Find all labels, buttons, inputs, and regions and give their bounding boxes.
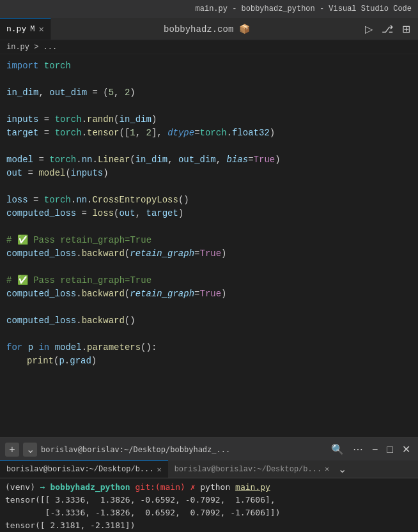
terminal-output: (venv) → bobbyhadz_python git:(main) ✗ p… [0,478,418,532]
branch-button[interactable]: ⎇ [379,22,396,36]
code-line-3: inputs = torch.randn(in_dim) [0,113,418,126]
terminal-search-button[interactable]: 🔍 [329,442,346,457]
terminal-add-button[interactable]: + [5,443,19,457]
terminal-minimize-button[interactable]: − [369,443,380,457]
code-line-9: computed_loss.backward(retain_graph=True… [0,247,418,261]
code-line-2: in_dim, out_dim = (5, 2) [0,86,418,100]
split-button[interactable]: ⊞ [399,22,413,36]
terminal-tabs: borislav@borislav:~/Desktop/b... ✕ boris… [0,460,418,478]
terminal-toolbar: + ⌄ borislav@borislav:~/Desktop/bobbyhad… [0,438,418,460]
breadcrumb: in.py > ... [6,43,57,52]
code-line-10: computed_loss.backward(retain_graph=True… [0,287,418,301]
terminal-tab-1-close[interactable]: ✕ [157,465,161,475]
tab-label: n.py [6,24,26,34]
code-line-blank-4 [0,180,418,194]
terminal-container: + ⌄ borislav@borislav:~/Desktop/bobbyhad… [0,437,418,532]
terminal-more-button[interactable]: ⋯ [350,442,366,457]
code-line-blank-6 [0,261,418,274]
code-line-11: computed_loss.backward() [0,314,418,328]
terminal-path: borislav@borislav:~/Desktop/bobbyhadz_..… [41,445,325,454]
terminal-tab-2[interactable]: borislav@borislav:~/Desktop/b... ✕ [168,460,336,478]
code-line-7: loss = torch.nn.CrossEntropyLoss() [0,194,418,207]
code-line-blank-5 [0,220,418,234]
terminal-line-2: tensor([[ 3.3336, 1.3826, -0.6592, -0.70… [5,494,413,506]
terminal-line-1: (venv) → bobbyhadz_python git:(main) ✗ p… [5,481,413,494]
code-line-8: computed_loss = loss(out, target) [0,207,418,220]
code-line-blank-8 [0,328,418,341]
terminal-line-3: [-3.3336, -1.3826, 0.6592, 0.7092, -1.76… [5,506,413,519]
terminal-tab-2-label: borislav@borislav:~/Desktop/b... [174,465,321,474]
active-tab[interactable]: n.py M ✕ [0,18,51,40]
code-line-blank-2 [0,100,418,113]
code-line-comment-1: # ✅ Pass retain_graph=True [0,234,418,247]
code-line-1: import torch [0,59,418,73]
terminal-line-4: tensor([ 2.3181, -2.3181]) [5,519,413,532]
terminal-tab-1[interactable]: borislav@borislav:~/Desktop/b... ✕ [0,460,168,478]
terminal-tabs-dropdown[interactable]: ⌄ [338,460,346,478]
tab-close-button[interactable]: ✕ [38,24,43,34]
run-button[interactable]: ▷ [362,22,375,36]
code-line-blank-1 [0,73,418,86]
code-line-6: out = model(inputs) [0,167,418,180]
terminal-maximize-button[interactable]: □ [384,443,396,457]
code-line-comment-2: # ✅ Pass retain_graph=True [0,274,418,287]
terminal-tab-1-label: borislav@borislav:~/Desktop/b... [6,465,153,474]
terminal-close-button[interactable]: ✕ [399,442,413,457]
title-bar-text: main.py - bobbyhadz_python - Visual Stud… [196,4,412,13]
terminal-tab-2-close[interactable]: ✕ [325,464,329,474]
code-line-blank-3 [0,140,418,153]
code-line-5: model = torch.nn.Linear(in_dim, out_dim,… [0,153,418,167]
editor-title: bobbyhadz.com 📦 [164,24,250,34]
code-line-13: print(p.grad) [0,354,418,368]
editor-area: import torch in_dim, out_dim = (5, 2) in… [0,54,418,437]
code-line-4: target = torch.tensor([1, 2], dtype=torc… [0,126,418,140]
terminal-dropdown-button[interactable]: ⌄ [23,443,37,457]
code-line-blank-7 [0,301,418,314]
code-line-12: for p in model.parameters(): [0,341,418,354]
tab-modified-indicator: M [30,25,35,34]
